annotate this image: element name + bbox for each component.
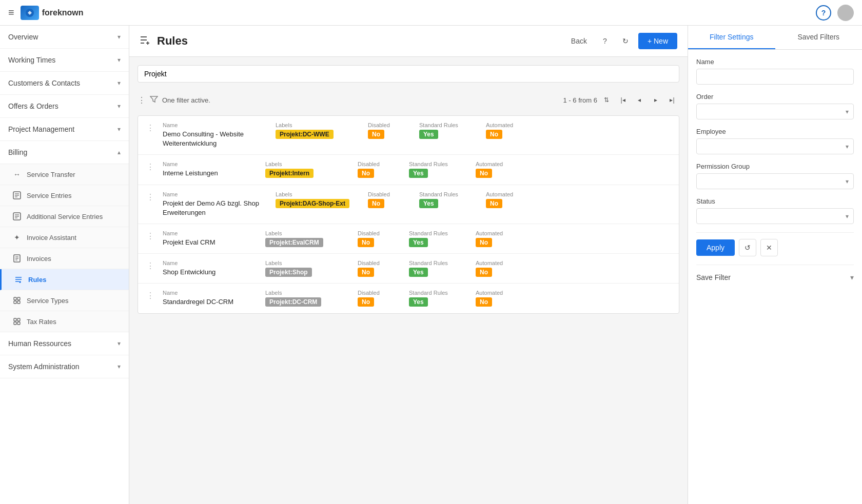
sidebar-item-overview[interactable]: Overview ▾ xyxy=(0,26,129,49)
page-title: Rules xyxy=(157,34,188,48)
filter-employee-field: Employee xyxy=(696,128,854,154)
chevron-up-icon: ▴ xyxy=(117,149,121,156)
save-filter-label: Save Filter xyxy=(696,273,731,281)
pagination-prev-button[interactable]: ◂ xyxy=(632,93,646,107)
logo-icon xyxy=(21,6,39,20)
standard-rules-label: Standard Rules xyxy=(419,122,476,128)
filter-permission-group-select[interactable] xyxy=(696,173,854,189)
tab-saved-filters[interactable]: Saved Filters xyxy=(775,26,863,49)
automated-badge: No xyxy=(476,169,492,178)
svg-rect-20 xyxy=(14,297,16,300)
sidebar-item-tax-rates[interactable]: Tax Rates xyxy=(0,311,129,332)
label-badge: Projekt:EvalCRM xyxy=(265,238,323,247)
name-value: Interne Leistungen xyxy=(163,169,255,178)
name-label: Name xyxy=(163,161,255,167)
filter-status-field: Status xyxy=(696,197,854,224)
drag-handle-icon[interactable]: ⋮ xyxy=(146,122,154,133)
sidebar-item-additional-service-entries[interactable]: Additional Service Entries xyxy=(0,206,129,227)
table-row: ⋮ Name Demo Consulting - Website Weitere… xyxy=(138,116,679,155)
chevron-down-icon: ▾ xyxy=(117,79,121,87)
sidebar-item-human-resources[interactable]: Human Ressources ▾ xyxy=(0,332,129,355)
sidebar-item-billing[interactable]: Billing ▴ xyxy=(0,141,129,164)
filter-employee-select[interactable] xyxy=(696,138,854,154)
help-button[interactable]: ? xyxy=(597,33,613,49)
sidebar-item-rules[interactable]: Rules xyxy=(0,269,129,290)
new-button[interactable]: + New xyxy=(638,33,677,49)
standard-rules-field: Standard Rules Yes xyxy=(409,290,465,307)
pagination-first-button[interactable]: |◂ xyxy=(616,93,630,107)
row-content: Name Standardregel DC-CRM Labels Projekt… xyxy=(163,290,671,307)
avatar[interactable] xyxy=(837,5,854,21)
filter-status-select[interactable] xyxy=(696,208,854,224)
automated-field: Automated No xyxy=(486,122,527,139)
name-field: Name Interne Leistungen xyxy=(163,161,255,178)
automated-label: Automated xyxy=(486,122,527,128)
menu-icon[interactable]: ≡ xyxy=(8,7,14,18)
sidebar-item-label: Working Times xyxy=(8,56,55,64)
rules-header-icon xyxy=(140,35,151,47)
filter-name-input[interactable] xyxy=(696,69,854,85)
name-field: Name Shop Entwicklung xyxy=(163,260,255,277)
sidebar-item-system-admin[interactable]: System Administration ▾ xyxy=(0,355,129,378)
right-panel-tabs: Filter Settings Saved Filters xyxy=(688,26,862,50)
sidebar-item-working-times[interactable]: Working Times ▾ xyxy=(0,49,129,72)
sidebar-sub-label: Invoice Assistant xyxy=(27,234,76,241)
sidebar-item-offers-orders[interactable]: Offers & Orders ▾ xyxy=(0,95,129,118)
svg-rect-24 xyxy=(14,318,16,321)
sidebar-item-label: Billing xyxy=(8,148,27,156)
row-options-icon[interactable]: ⋮ xyxy=(138,95,146,105)
drag-handle-icon[interactable]: ⋮ xyxy=(146,161,154,172)
logo: foreknown xyxy=(21,6,84,20)
sidebar-item-customers[interactable]: Customers & Contacts ▾ xyxy=(0,72,129,95)
disabled-field: Disabled No xyxy=(358,260,399,277)
name-field: Name Projekt der Demo AG bzgl. Shop Erwe… xyxy=(163,191,265,217)
filter-order-select[interactable] xyxy=(696,104,854,119)
drag-handle-icon[interactable]: ⋮ xyxy=(146,260,154,271)
disabled-badge: No xyxy=(358,268,374,277)
standard-rules-badge: Yes xyxy=(419,199,438,208)
back-button[interactable]: Back xyxy=(566,34,592,48)
right-panel: Filter Settings Saved Filters Name Order xyxy=(688,26,862,504)
drag-handle-icon[interactable]: ⋮ xyxy=(146,191,154,202)
table-row: ⋮ Name Projekt der Demo AG bzgl. Shop Er… xyxy=(138,185,679,224)
table-row: ⋮ Name Standardregel DC-CRM Labels Proje… xyxy=(138,284,679,313)
pagination-sort-icon[interactable]: ⇅ xyxy=(599,93,614,107)
labels-field: Labels Projekt:DC-WWE xyxy=(276,122,358,139)
disabled-badge: No xyxy=(368,130,384,139)
clear-button[interactable]: ✕ xyxy=(760,239,778,256)
sidebar-sub-label: Service Types xyxy=(27,297,68,305)
sidebar-item-service-entries[interactable]: Service Entries xyxy=(0,185,129,206)
tab-filter-settings[interactable]: Filter Settings xyxy=(688,26,775,49)
filter-icon[interactable] xyxy=(150,96,158,105)
sidebar-item-label: Offers & Orders xyxy=(8,102,58,110)
sidebar-item-service-types[interactable]: Service Types xyxy=(0,290,129,311)
disabled-label: Disabled xyxy=(358,161,399,167)
sidebar-item-invoice-assistant[interactable]: ✦ Invoice Assistant xyxy=(0,227,129,248)
labels-field: Labels Projekt:DAG-Shop-Ext xyxy=(276,191,358,208)
sidebar-item-service-transfer[interactable]: ↔ Service Transfer xyxy=(0,164,129,185)
pagination-last-button[interactable]: ▸| xyxy=(665,93,679,107)
disabled-field: Disabled No xyxy=(368,191,409,208)
divider-2 xyxy=(696,265,854,265)
sidebar-item-project-management[interactable]: Project Management ▾ xyxy=(0,118,129,141)
sidebar-sub-label: Additional Service Entries xyxy=(27,213,103,220)
labels-field: Labels Projekt:Shop xyxy=(265,260,347,277)
chevron-down-icon: ▾ xyxy=(117,363,121,370)
reset-button[interactable]: ↺ xyxy=(739,239,756,256)
save-filter-row[interactable]: Save Filter ▾ xyxy=(696,271,854,284)
svg-rect-22 xyxy=(14,301,16,304)
pagination-next-button[interactable]: ▸ xyxy=(649,93,663,107)
refresh-button[interactable]: ↻ xyxy=(618,33,633,49)
search-input[interactable] xyxy=(138,65,679,83)
sidebar-item-invoices[interactable]: Invoices xyxy=(0,248,129,269)
sidebar-item-label: Human Ressources xyxy=(8,339,71,348)
labels-label: Labels xyxy=(265,260,347,266)
standard-rules-label: Standard Rules xyxy=(419,191,476,197)
drag-handle-icon[interactable]: ⋮ xyxy=(146,230,154,241)
filter-active-text: One filter active. xyxy=(162,96,559,104)
help-icon[interactable]: ? xyxy=(816,5,831,21)
apply-button[interactable]: Apply xyxy=(696,239,735,256)
row-content: Name Projekt der Demo AG bzgl. Shop Erwe… xyxy=(163,191,671,217)
labels-field: Labels Projekt:DC-CRM xyxy=(265,290,347,307)
drag-handle-icon[interactable]: ⋮ xyxy=(146,290,154,300)
